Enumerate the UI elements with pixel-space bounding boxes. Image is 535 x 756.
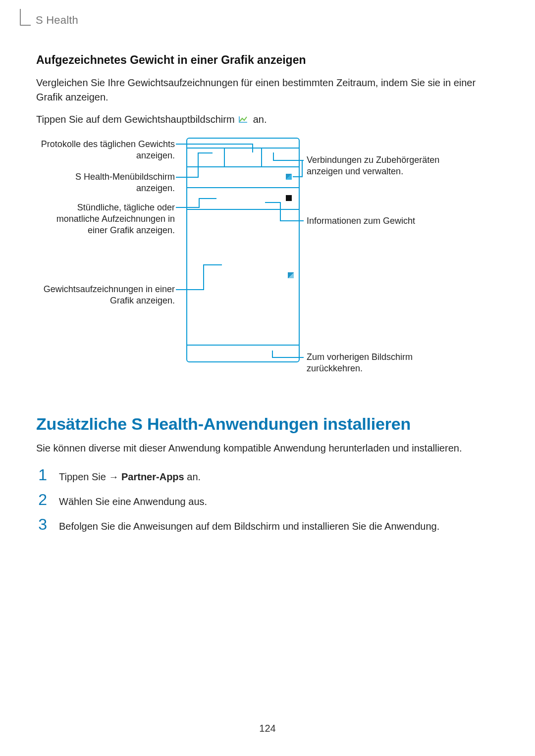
- conn-l2-v: [198, 152, 199, 178]
- conn-r1b-h: [293, 176, 303, 177]
- step-3: 3 Befolgen Sie die Anweisungen auf dem B…: [36, 516, 499, 532]
- conn-r1-v: [273, 152, 274, 161]
- device-tabs-row: [187, 148, 299, 167]
- conn-l4-h2: [203, 264, 222, 265]
- step-number: 3: [36, 516, 47, 532]
- conn-r1b-v: [302, 160, 303, 177]
- section1-heading: Aufgezeichnetes Gewicht in einer Grafik …: [36, 53, 499, 67]
- conn-r2-h2: [265, 202, 281, 203]
- conn-l3-v: [199, 198, 200, 208]
- step1-post: an.: [184, 471, 201, 482]
- callout-right-3: Zum vorherigen Bildschirm zurückkehren.: [307, 352, 465, 374]
- conn-l2-h2: [198, 152, 213, 153]
- section1-para2-post: an.: [250, 114, 267, 125]
- device-tab-menu: [187, 149, 225, 166]
- step-text: Befolgen Sie die Anweisungen auf dem Bil…: [59, 521, 439, 532]
- device-statusbar: [187, 139, 299, 148]
- page-header: S Health: [20, 14, 78, 31]
- device-range-row: [187, 188, 299, 210]
- page-content: Aufgezeichnetes Gewicht in einer Grafik …: [36, 53, 499, 541]
- device-navbar: [187, 347, 299, 361]
- header-ornament: [20, 9, 31, 26]
- step-number: 1: [36, 467, 47, 483]
- section1-para1: Vergleichen Sie Ihre Gewichtsaufzeichnun…: [36, 76, 499, 104]
- callout-left-1: Protokolle des täglichen Gewichts anzeig…: [36, 139, 175, 161]
- accessory-icon: [286, 174, 292, 180]
- step-2: 2 Wählen Sie eine Anwendung aus.: [36, 492, 499, 507]
- section2-para: Sie können diverse mit dieser Anwendung …: [36, 443, 499, 454]
- device-frame: [186, 138, 300, 362]
- steps-list: 1 Tippen Sie → Partner-Apps an. 2 Wählen…: [36, 467, 499, 532]
- step-text: Tippen Sie → Partner-Apps an.: [59, 471, 201, 483]
- conn-l4-h: [176, 289, 204, 290]
- callout-right-2: Informationen zum Gewicht: [307, 215, 465, 227]
- step-text: Wählen Sie eine Anwendung aus.: [59, 496, 207, 507]
- conn-l1-h: [176, 144, 253, 145]
- diagram-wrap: Protokolle des täglichen Gewichts anzeig…: [36, 138, 499, 383]
- page-number: 124: [0, 723, 535, 734]
- callout-left-2: S Health-Menübildschirm anzeigen.: [36, 171, 175, 194]
- step1-pre: Tippen Sie →: [59, 471, 121, 482]
- conn-l3-h: [176, 207, 200, 208]
- data-point-icon: [288, 272, 294, 278]
- conn-l1-v: [252, 144, 253, 152]
- conn-l4-v: [203, 264, 204, 290]
- step-number: 2: [36, 492, 47, 507]
- header-title: S Health: [36, 14, 78, 27]
- conn-l3-h2: [199, 198, 216, 199]
- section1-para2-pre: Tippen Sie auf dem Gewichtshauptbildschi…: [36, 114, 237, 125]
- callout-left-4: Gewichtsaufzeichnungen in einer Grafik a…: [36, 284, 175, 306]
- device-tab-more: [262, 149, 299, 166]
- diagram: Protokolle des täglichen Gewichts anzeig…: [36, 138, 499, 383]
- conn-l2-h: [176, 177, 199, 178]
- callout-right-1: Verbindungen zu Zubehörgeräten anzeigen …: [307, 154, 465, 177]
- conn-r3-v: [272, 351, 273, 358]
- conn-r2-v: [280, 202, 281, 221]
- device-control-row: [187, 167, 299, 188]
- callout-left-3: Stündliche, tägliche oder monatliche Auf…: [36, 202, 175, 236]
- section1-para2: Tippen Sie auf dem Gewichtshauptbildschi…: [36, 112, 499, 127]
- step1-bold: Partner-Apps: [121, 471, 184, 482]
- dropdown-icon: [286, 195, 292, 201]
- conn-r1-h: [274, 160, 304, 161]
- conn-r3-h: [272, 357, 304, 358]
- step-1: 1 Tippen Sie → Partner-Apps an.: [36, 467, 499, 483]
- device-tab-logs: [225, 149, 263, 166]
- section2-title: Zusätzliche S Health-Anwendungen install…: [36, 414, 499, 434]
- chart-icon: [238, 115, 248, 123]
- conn-r2-h: [280, 220, 304, 221]
